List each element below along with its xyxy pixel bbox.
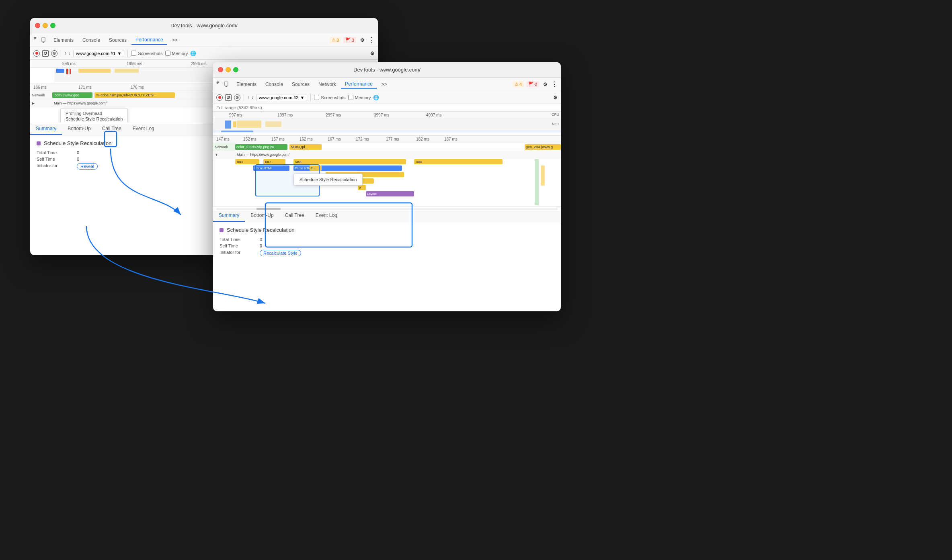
traffic-lights-1 — [35, 23, 55, 28]
target-selector-1[interactable]: www.google.com #1 ▼ — [73, 50, 124, 57]
tick2-187: 187 ms — [444, 137, 458, 141]
export-icon-1[interactable]: ↑ — [64, 51, 66, 55]
target-selector-2[interactable]: www.google.com #2 ▼ — [256, 94, 307, 101]
tab-summary-2[interactable]: Summary — [213, 211, 245, 222]
svg-rect-1 — [34, 38, 36, 39]
minimize-button-2[interactable] — [226, 67, 231, 72]
tab-performance-2[interactable]: Performance — [341, 80, 377, 89]
memory-checkbox-2[interactable]: Memory — [348, 95, 371, 100]
traffic-lights-2 — [218, 67, 238, 72]
tab-summary-1[interactable]: Summary — [30, 124, 62, 135]
more-icon-1[interactable]: ⋮ — [368, 36, 375, 44]
tab-calltree-2[interactable]: Call Tree — [279, 211, 310, 222]
tab-sources-2[interactable]: Sources — [288, 80, 314, 89]
screenshots-checkbox-1[interactable]: Screenshots — [131, 51, 162, 56]
network-bar-2b: NUn3,qd... — [289, 144, 322, 150]
svg-rect-5 — [217, 82, 219, 82]
record-btn-1[interactable] — [33, 50, 40, 57]
tab-more-1[interactable]: >> — [168, 36, 182, 45]
tab-console-2[interactable]: Console — [261, 80, 287, 89]
summary-panel-2: Schedule Style Recalculation Total Time … — [213, 222, 561, 263]
net-label-2: NET — [552, 122, 559, 126]
inspect-icon-1[interactable] — [33, 37, 40, 43]
tick-4997: 4997 ms — [426, 113, 441, 117]
tick2-157: 157 ms — [271, 137, 285, 141]
recalculate-style-button-2[interactable]: Recalculate Style — [260, 250, 301, 256]
tick-2997: 2997 ms — [326, 113, 341, 117]
settings-perf-1[interactable]: ⚙ — [370, 51, 375, 56]
separator-2 — [127, 50, 128, 57]
separator-1 — [61, 50, 61, 57]
tab-elements-2[interactable]: Elements — [232, 80, 261, 89]
inspect-icon-2[interactable] — [216, 81, 223, 88]
clear-btn-2[interactable]: ⊘ — [234, 94, 240, 101]
network-throttle-2[interactable]: 🌐 — [373, 95, 379, 100]
main-label-row-2: ▼ Main — https://www.google.com/ — [213, 151, 561, 158]
svg-rect-7 — [217, 83, 218, 84]
tab-console-1[interactable]: Console — [78, 36, 104, 45]
tick-1996: 1996 ms — [127, 61, 142, 66]
tick-171: 171 ms — [78, 85, 92, 90]
minimize-button-1[interactable] — [43, 23, 48, 28]
settings-icon-2[interactable]: ⚙ — [542, 81, 549, 88]
scrollbar-thumb-2[interactable] — [256, 208, 281, 210]
svg-rect-8 — [225, 82, 228, 86]
scrollbar-2[interactable] — [216, 208, 558, 210]
network-bar-1b: m=cdos,hsm,jsa,mb4ZUb,d,csi,cEt9... — [94, 92, 175, 98]
more-icon-2[interactable]: ⋮ — [551, 80, 558, 88]
devtools-tabs-2: Elements Console Sources Network Perform… — [213, 78, 561, 91]
detail-timeline-2: 147 ms 152 ms 157 ms 162 ms 167 ms 172 m… — [213, 136, 561, 207]
network-throttle-1[interactable]: 🌐 — [190, 51, 196, 56]
tooltip-popup-1: Profiling Overhead Schedule Style Recalc… — [60, 108, 128, 123]
settings-perf-2[interactable]: ⚙ — [553, 95, 558, 100]
network-bar-2c: gen_204 (www.g — [525, 144, 561, 150]
tick-997: 997 ms — [229, 113, 242, 117]
record-btn-2[interactable] — [216, 94, 223, 101]
summary-self-time-2: Self Time 0 — [220, 243, 554, 248]
close-button-2[interactable] — [218, 67, 223, 72]
full-range-label-2: Full range (5342.99ms) — [213, 104, 561, 112]
task-2a: Task — [235, 159, 259, 164]
error-badge-1: 🚩 3 — [343, 37, 356, 43]
task-2b: Task — [263, 159, 285, 164]
tick2-147: 147 ms — [216, 137, 230, 141]
close-button-1[interactable] — [35, 23, 40, 28]
tab-more-2[interactable]: >> — [378, 80, 391, 89]
device-icon-2[interactable] — [224, 81, 230, 88]
color-dot-2 — [220, 228, 224, 232]
tab-sources-1[interactable]: Sources — [105, 36, 131, 45]
tab-eventlog-2[interactable]: Event Log — [310, 211, 343, 222]
tab-network-2[interactable]: Network — [314, 80, 340, 89]
timeline-overview-2: 997 ms 1997 ms 2997 ms 3997 ms 4997 ms C… — [213, 112, 561, 136]
memory-checkbox-1[interactable]: Memory — [165, 51, 188, 56]
bottom-tabs-2: Summary Bottom-Up Call Tree Event Log — [213, 211, 561, 222]
refresh-btn-2[interactable]: ↺ — [225, 94, 232, 101]
device-icon-1[interactable] — [41, 37, 47, 43]
svg-rect-0 — [34, 37, 36, 38]
tab-bottomup-1[interactable]: Bottom-Up — [62, 124, 96, 135]
import-icon-1[interactable]: ↓ — [69, 51, 71, 55]
reveal-button-1[interactable]: Reveal — [77, 163, 98, 170]
network-bar-1a: .com/ (www.goo — [52, 92, 92, 98]
export-icon-2[interactable]: ↑ — [247, 95, 249, 100]
svg-rect-2 — [34, 39, 35, 39]
perf-toolbar-1: ↺ ⊘ ↑ ↓ www.google.com #1 ▼ Screenshots … — [30, 47, 378, 60]
tab-bottomup-2[interactable]: Bottom-Up — [245, 211, 279, 222]
tab-performance-1[interactable]: Performance — [131, 35, 167, 45]
tab-calltree-1[interactable]: Call Tree — [96, 124, 127, 135]
maximize-button-2[interactable] — [233, 67, 238, 72]
warning-badge-1: ⚠ 3 — [330, 37, 341, 43]
tab-eventlog-1[interactable]: Event Log — [127, 124, 160, 135]
parse-html-bar: Parse HTML — [253, 166, 289, 171]
settings-icon-1[interactable]: ⚙ — [359, 37, 366, 44]
error-badge-2: 🚩 2 — [526, 81, 539, 87]
title-bar-2: DevTools - www.google.com/ — [213, 62, 561, 78]
screenshots-checkbox-2[interactable]: Screenshots — [314, 95, 345, 100]
tick2-182: 182 ms — [416, 137, 429, 141]
import-icon-2[interactable]: ↓ — [252, 95, 254, 100]
maximize-button-1[interactable] — [50, 23, 55, 28]
tab-elements-1[interactable]: Elements — [49, 36, 78, 45]
flame-chart-2: Task Task Task Task Parse HTML Parse HTM… — [213, 158, 561, 206]
clear-btn-1[interactable]: ⊘ — [51, 50, 57, 57]
refresh-btn-1[interactable]: ↺ — [42, 50, 49, 57]
